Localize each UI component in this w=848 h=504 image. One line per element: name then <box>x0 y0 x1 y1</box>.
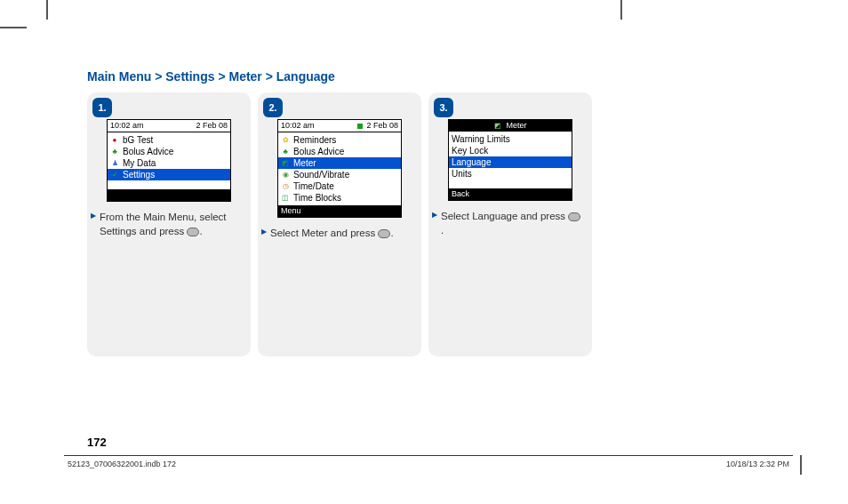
clock-icon: ◷ <box>281 182 290 191</box>
menu-label: Sound/Vibrate <box>293 170 349 181</box>
sound-icon: ◉ <box>281 171 290 180</box>
menu-label: Warning Limits <box>452 134 510 146</box>
instruction-text-end: . <box>441 225 444 236</box>
menu-label: My Data <box>123 158 156 170</box>
menu-item-selected: ◩ Meter <box>278 157 401 169</box>
menu-label: Units <box>452 169 472 180</box>
instruction-text: Select Meter and press <box>270 228 378 238</box>
steps-row: 1. 10:02 am 2 Feb 08 ● bG Test ♣ Bolus A… <box>87 92 594 356</box>
menu-item: Key Lock <box>449 145 572 156</box>
menu-label: Key Lock <box>452 146 488 157</box>
device-screen: 10:02 am 2 Feb 08 ✿ Reminders ♣ Bolus Ad… <box>277 119 402 218</box>
step-instruction: Select Language and press . <box>428 201 592 237</box>
crop-mark <box>800 455 802 475</box>
menu-item: ◉ Sound/Vibrate <box>278 169 401 180</box>
menu-label: Time/Date <box>293 181 334 193</box>
instruction-text-end: . <box>199 226 202 236</box>
step-3: 3. ◩ Meter Warning Limits Key Lock Langu… <box>428 92 592 356</box>
data-icon: ♟ <box>110 159 119 168</box>
breadcrumb: Main Menu > Settings > Meter > Language <box>87 69 594 84</box>
screen-footer <box>108 189 230 201</box>
drop-icon: ● <box>110 136 119 145</box>
menu-item: ◷ Time/Date <box>278 180 401 192</box>
menu-item: ♟ My Data <box>108 157 230 169</box>
device-screen: 10:02 am 2 Feb 08 ● bG Test ♣ Bolus Advi… <box>107 119 231 202</box>
step-2: 2. 10:02 am 2 Feb 08 ✿ Reminders ♣ <box>258 92 421 356</box>
menu-item: ◫ Time Blocks <box>278 192 401 204</box>
menu-label: Language <box>452 157 492 169</box>
menu-label: Time Blocks <box>293 193 341 204</box>
crop-mark <box>0 27 27 28</box>
step-1: 1. 10:02 am 2 Feb 08 ● bG Test ♣ Bolus A… <box>87 92 251 356</box>
status-time: 10:02 am <box>281 121 315 131</box>
screen-title: Meter <box>506 121 526 131</box>
status-bar: 10:02 am 2 Feb 08 <box>278 120 401 132</box>
meter-icon: ◩ <box>493 122 502 131</box>
menu-label: Meter <box>293 158 316 170</box>
screen-body: Warning Limits Key Lock Language Units <box>449 132 572 188</box>
menu-label: Bolus Advice <box>293 147 344 158</box>
step-badge: 3. <box>434 98 453 117</box>
menu-label: bG Test <box>123 135 153 147</box>
menu-item: ♣ Bolus Advice <box>278 146 401 157</box>
screen-title-bar: ◩ Meter <box>449 120 572 132</box>
footer-file: 52123_07006322001.indb 172 <box>68 460 176 468</box>
bolus-icon: ♣ <box>281 148 290 156</box>
status-right: 2 Feb 08 <box>357 121 398 131</box>
screen-footer: Menu <box>278 205 401 217</box>
blocks-icon: ◫ <box>281 194 290 203</box>
menu-item: ✿ Reminders <box>278 134 401 146</box>
screen-body: ✿ Reminders ♣ Bolus Advice ◩ Meter ◉ Sou… <box>278 132 401 205</box>
page-number: 172 <box>87 436 107 449</box>
menu-item: Units <box>449 168 572 180</box>
screen-body: ● bG Test ♣ Bolus Advice ♟ My Data ✔ Set… <box>108 132 230 189</box>
menu-label: Bolus Advice <box>123 147 173 158</box>
status-time: 10:02 am <box>110 121 144 131</box>
instruction-text: Select Language and press <box>441 211 568 221</box>
menu-item-selected: Language <box>449 156 572 168</box>
crop-mark <box>46 0 48 20</box>
status-date: 2 Feb 08 <box>366 121 398 131</box>
device-screen: ◩ Meter Warning Limits Key Lock Language… <box>448 119 572 201</box>
menu-item: ● bG Test <box>108 134 230 146</box>
print-footer: 52123_07006322001.indb 172 10/18/13 2:32… <box>64 455 793 468</box>
menu-label: Reminders <box>293 135 336 147</box>
menu-item: ♣ Bolus Advice <box>108 146 230 157</box>
press-button-icon <box>568 212 580 221</box>
page-content: Main Menu > Settings > Meter > Language … <box>87 69 594 356</box>
screen-footer: Back <box>449 188 572 200</box>
instruction-text-end: . <box>390 228 393 238</box>
status-indicator-icon <box>357 124 363 129</box>
press-button-icon <box>378 229 390 238</box>
menu-item: Warning Limits <box>449 133 572 145</box>
instruction-text: From the Main Menu, select Settings and … <box>100 212 227 236</box>
step-badge: 2. <box>263 98 283 117</box>
step-instruction: From the Main Menu, select Settings and … <box>87 202 251 238</box>
status-date: 2 Feb 08 <box>196 121 228 131</box>
meter-icon: ◩ <box>281 159 290 168</box>
bell-icon: ✿ <box>281 136 290 145</box>
press-button-icon <box>187 228 199 236</box>
footer-timestamp: 10/18/13 2:32 PM <box>726 460 789 468</box>
menu-item-selected: ✔ Settings <box>108 169 230 180</box>
status-bar: 10:02 am 2 Feb 08 <box>108 120 230 132</box>
check-icon: ✔ <box>110 171 119 180</box>
crop-mark <box>620 0 622 20</box>
step-instruction: Select Meter and press . <box>258 218 421 241</box>
step-badge: 1. <box>92 98 112 117</box>
menu-label: Settings <box>123 170 155 181</box>
bolus-icon: ♣ <box>110 148 119 156</box>
